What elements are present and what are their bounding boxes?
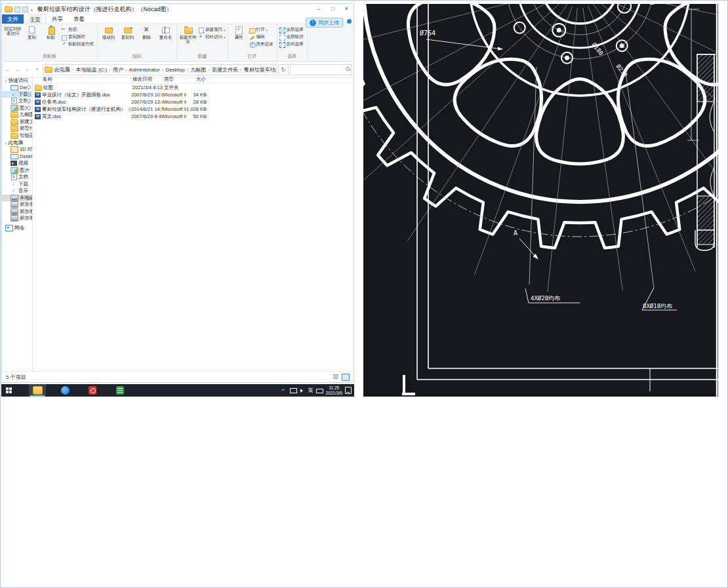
rename-button[interactable]: 重命名 — [157, 26, 174, 39]
new-folder-button[interactable]: 新建文件夹 — [179, 26, 197, 44]
sidebar-item[interactable]: 新型垃圾分类采集装置 — [2, 125, 32, 132]
paste-button[interactable]: 粘贴 — [42, 26, 60, 39]
tab-share[interactable]: 共享 — [47, 14, 68, 24]
hidden-icons-chevron-icon[interactable] — [281, 387, 287, 393]
paste-shortcut-button[interactable]: 粘贴快捷方式 — [61, 41, 95, 47]
recent-locations-chevron-icon[interactable] — [23, 65, 31, 74]
pin-icon — [27, 92, 31, 96]
sidebar-item[interactable]: Desktop — [2, 153, 32, 161]
overlay-dot-icon[interactable] — [347, 19, 352, 24]
properties-button[interactable]: 属性 — [230, 26, 248, 39]
select-none-button[interactable]: 全部取消 — [279, 34, 305, 40]
sidebar-item[interactable]: Desktop — [2, 84, 32, 91]
sidebar-item[interactable]: 文档 — [2, 98, 32, 105]
pin-to-quick-access-button[interactable]: 固定到快速访问 — [4, 26, 22, 35]
column-header-date[interactable]: 修改日期 — [131, 75, 163, 83]
sidebar-item-network[interactable]: 网络 — [2, 225, 32, 232]
easy-access-button[interactable]: 轻松访问 — [198, 34, 226, 40]
sidebar-item[interactable]: 视频 — [2, 160, 32, 167]
sidebar-item[interactable]: 下载 — [2, 91, 32, 98]
search-input[interactable] — [291, 66, 344, 73]
sidebar-item[interactable]: 新加卷 (E:) — [2, 208, 32, 216]
search-icon[interactable] — [346, 67, 350, 71]
taskbar-app-file-explorer[interactable] — [29, 384, 46, 397]
delete-button[interactable]: 删除 — [138, 26, 155, 39]
breadcrumb-segment[interactable]: Administrator — [129, 67, 166, 73]
cad-viewport[interactable]: Ø764 Ø180 Ø230 4XØ20均布 8XØ18均布 A — [363, 4, 718, 397]
breadcrumb-segment[interactable]: 此电脑 — [54, 66, 76, 73]
column-header-type[interactable]: 类型 — [163, 75, 186, 83]
properties-icon — [234, 26, 243, 34]
breadcrumb-segment[interactable]: 新建文件夹 — [212, 66, 244, 73]
taskbar-clock[interactable]: 11:25 2021/3/5 — [326, 385, 342, 395]
breadcrumb-segment[interactable]: Desktop — [165, 67, 190, 73]
sidebar-item[interactable]: 文档 — [2, 174, 32, 181]
sidebar-item[interactable]: 新加卷 (D:) — [2, 201, 32, 208]
file-row[interactable]: 餐厨垃圾车结构设计（推进行走机构）（Nocad图）.doc 2014/6/21 … — [33, 106, 354, 113]
minimize-button[interactable] — [312, 4, 326, 14]
history-button[interactable]: 历史记录 — [249, 41, 275, 47]
details-view-button[interactable] — [333, 374, 339, 380]
up-button[interactable] — [33, 65, 41, 74]
open-button[interactable]: 打开 — [249, 27, 275, 33]
forward-button[interactable] — [13, 65, 22, 74]
taskbar-app-blue[interactable] — [56, 384, 73, 397]
notification-center-icon[interactable] — [345, 387, 352, 394]
move-to-button[interactable]: 移动到 — [100, 26, 117, 39]
sidebar-item[interactable]: 新建文件夹 — [2, 119, 32, 126]
taskbar-app-red[interactable] — [84, 384, 101, 397]
ime-indicator[interactable]: 英 — [308, 387, 313, 394]
sidebar-item[interactable]: 音乐 — [2, 187, 32, 195]
select-all-button[interactable]: 全部选择 — [279, 27, 305, 33]
sidebar-item-icon — [10, 154, 18, 159]
new-item-button[interactable]: 新建项目 — [198, 27, 226, 33]
breadcrumb-segment[interactable]: 本地磁盘 (C:) — [76, 66, 113, 73]
breadcrumb-segment[interactable]: 九幅图 — [190, 66, 212, 73]
thumbnail-view-button[interactable] — [342, 374, 350, 381]
keyboard-tray-icon[interactable] — [316, 389, 323, 393]
sidebar-item[interactable]: 图片 — [2, 105, 32, 112]
breadcrumb-segment[interactable]: 餐厨垃圾车结构设计（推进行走机构）（Nocad图） — [244, 66, 277, 73]
close-button[interactable] — [340, 4, 354, 14]
sidebar-item[interactable]: 3D 对象 — [2, 146, 32, 153]
file-row[interactable]: 英文.doc 2007/6/29 8:40 Microsoft Word .. … — [33, 113, 354, 120]
tab-view[interactable]: 查看 — [68, 14, 90, 24]
copy-path-button[interactable]: 复制路径 — [61, 34, 95, 40]
column-header-name[interactable]: 名称 — [33, 75, 131, 83]
sidebar-group-this-pc[interactable]: 此电脑 — [2, 139, 32, 146]
file-row[interactable]: 任务书.doc 2007/6/29 13:42 Microsoft Word .… — [33, 98, 354, 106]
cloud-upload-badge[interactable]: 同步上传 — [306, 18, 343, 28]
sidebar-item-label: 图片 — [20, 167, 30, 174]
taskbar-app-green[interactable] — [111, 384, 129, 397]
sidebar-item[interactable]: 下载 — [2, 181, 32, 188]
sidebar-group-quick-access[interactable]: 快速访问 — [2, 77, 32, 84]
cut-button[interactable]: 剪切 — [61, 27, 95, 33]
invert-selection-button[interactable]: 反向选择 — [279, 41, 305, 47]
qat-properties-icon[interactable] — [14, 7, 20, 12]
sidebar-item[interactable]: 智能蓝牙门禁设计 — [2, 132, 32, 140]
back-button[interactable] — [3, 65, 12, 74]
tab-home[interactable]: 主页 — [24, 14, 47, 24]
qat-newfolder-icon[interactable] — [22, 7, 28, 12]
file-row[interactable]: 毕业设计（论文）开题报告.doc 2007/6/29 10:06 Microso… — [33, 91, 354, 98]
breadcrumb-segment[interactable]: 用户 — [113, 66, 129, 73]
sidebar-item[interactable]: 九幅图 — [2, 111, 32, 119]
sidebar-item[interactable]: 图片 — [2, 167, 32, 174]
copy-to-button[interactable]: 复制到 — [119, 26, 136, 39]
sidebar-item[interactable]: 本地磁盘 (C:) — [2, 195, 32, 202]
start-button[interactable] — [1, 384, 17, 397]
title-bar[interactable]: ∨ 餐厨垃圾车结构设计（推进行走机构）（Nocad图） — [2, 4, 354, 14]
file-row[interactable]: 绘图 2021/3/4 8:13 文件夹 — [33, 84, 354, 91]
display-tray-icon[interactable] — [290, 388, 297, 393]
sidebar-item-icon — [10, 201, 18, 208]
copy-button[interactable]: 复制 — [23, 26, 41, 39]
tab-file[interactable]: 文件 — [2, 14, 24, 24]
refresh-button[interactable] — [278, 64, 289, 75]
qat-customize-chevron-icon[interactable]: ∨ — [30, 7, 33, 12]
column-header-size[interactable]: 大小 — [186, 75, 209, 83]
maximize-button[interactable] — [326, 4, 340, 14]
edit-button[interactable]: 编辑 — [249, 34, 275, 40]
breadcrumb[interactable]: 此电脑本地磁盘 (C:)用户AdministratorDesktop九幅图新建文… — [43, 64, 277, 75]
volume-icon[interactable] — [300, 387, 306, 393]
sidebar-item[interactable]: 新加卷 (F:) — [2, 215, 32, 222]
